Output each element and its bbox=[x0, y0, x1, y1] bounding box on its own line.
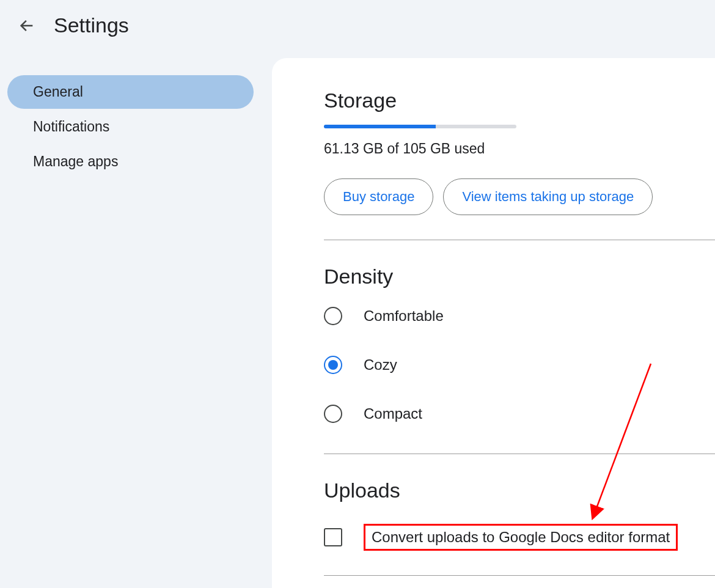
density-option-cozy[interactable]: Cozy bbox=[324, 356, 715, 374]
storage-buttons: Buy storage View items taking up storage bbox=[324, 178, 715, 215]
sidebar-item-label: Notifications bbox=[33, 119, 109, 134]
radio-icon bbox=[324, 307, 342, 325]
radio-label: Compact bbox=[364, 405, 422, 422]
radio-label: Cozy bbox=[364, 356, 397, 373]
content-panel: Storage 61.13 GB of 105 GB used Buy stor… bbox=[272, 58, 715, 588]
checkbox-label: Convert uploads to Google Docs editor fo… bbox=[372, 529, 670, 545]
storage-progress-fill bbox=[324, 125, 436, 128]
annotation-highlight-box: Convert uploads to Google Docs editor fo… bbox=[364, 524, 678, 551]
uploads-convert-option[interactable]: Convert uploads to Google Docs editor fo… bbox=[324, 524, 715, 551]
buy-storage-button[interactable]: Buy storage bbox=[324, 178, 433, 215]
page-title: Settings bbox=[54, 13, 129, 37]
density-radio-group: Comfortable Cozy Compact bbox=[324, 307, 715, 423]
sidebar-item-label: General bbox=[33, 84, 83, 100]
uploads-section: Uploads Convert uploads to Google Docs e… bbox=[324, 454, 715, 551]
back-arrow-icon[interactable] bbox=[18, 17, 35, 34]
radio-icon bbox=[324, 405, 342, 423]
storage-progress-bar bbox=[324, 125, 516, 128]
sidebar-item-manage-apps[interactable]: Manage apps bbox=[7, 145, 254, 178]
view-storage-items-button[interactable]: View items taking up storage bbox=[443, 178, 653, 215]
density-option-compact[interactable]: Compact bbox=[324, 405, 715, 423]
sidebar-item-label: Manage apps bbox=[33, 153, 118, 169]
divider bbox=[324, 575, 715, 576]
sidebar-item-notifications[interactable]: Notifications bbox=[7, 110, 254, 144]
storage-title: Storage bbox=[324, 89, 715, 112]
uploads-title: Uploads bbox=[324, 479, 715, 502]
density-section: Density Comfortable Cozy Compact bbox=[324, 240, 715, 423]
density-option-comfortable[interactable]: Comfortable bbox=[324, 307, 715, 325]
radio-icon bbox=[324, 356, 342, 374]
storage-usage-text: 61.13 GB of 105 GB used bbox=[324, 141, 715, 157]
sidebar-item-general[interactable]: General bbox=[7, 75, 254, 109]
header: Settings bbox=[0, 0, 715, 51]
sidebar: General Notifications Manage apps bbox=[0, 51, 254, 588]
density-title: Density bbox=[324, 265, 715, 288]
main-container: General Notifications Manage apps Storag… bbox=[0, 51, 715, 588]
radio-label: Comfortable bbox=[364, 307, 444, 325]
checkbox-icon[interactable] bbox=[324, 528, 342, 546]
